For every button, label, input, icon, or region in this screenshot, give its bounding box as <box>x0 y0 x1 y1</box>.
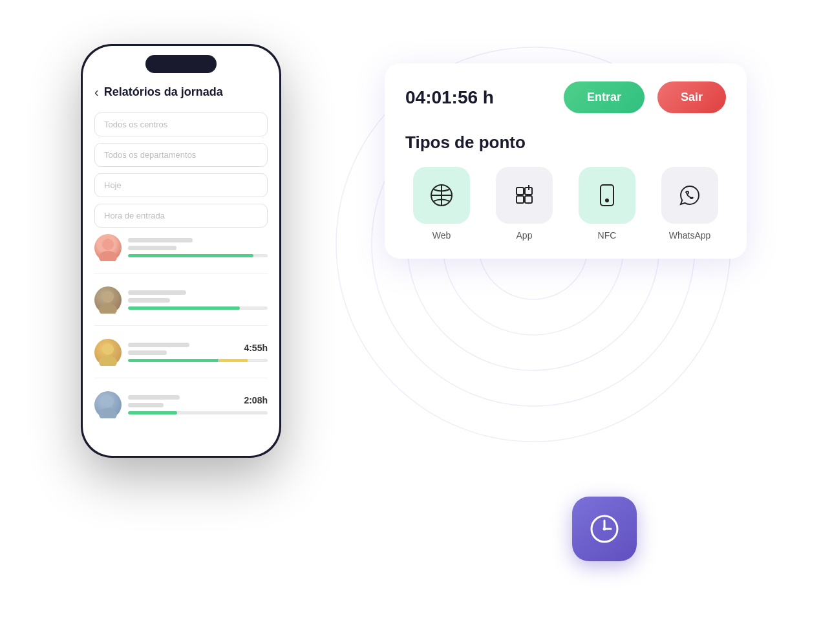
svg-rect-19 <box>525 196 532 203</box>
phone-notch <box>145 55 217 73</box>
svg-point-10 <box>99 356 117 366</box>
svg-point-5 <box>102 239 114 250</box>
avatar <box>94 234 122 261</box>
point-type-nfc[interactable]: NFC <box>571 167 643 241</box>
employee-item: 4:55h <box>94 339 268 366</box>
employee-list: 4:55h <box>94 234 268 418</box>
filter-hoje[interactable]: Hoje <box>94 173 268 197</box>
employee-item <box>94 286 268 314</box>
avatar <box>94 286 122 314</box>
point-type-app[interactable]: App <box>488 167 560 241</box>
sair-button[interactable]: Sair <box>657 81 726 113</box>
web-label: Web <box>432 230 451 241</box>
avatar <box>94 339 122 366</box>
employee-time: 4:55h <box>244 343 268 353</box>
app-icon-box <box>496 167 553 224</box>
svg-rect-16 <box>517 188 524 195</box>
avatar <box>94 391 122 418</box>
svg-point-8 <box>99 303 117 314</box>
nfc-icon-box <box>579 167 635 224</box>
point-type-web[interactable]: Web <box>405 167 478 241</box>
svg-point-11 <box>102 396 114 407</box>
app-label: App <box>517 230 533 241</box>
filter-todos-departamentos[interactable]: Todos os departamentos <box>94 143 268 167</box>
employee-time: 2:08h <box>244 395 268 405</box>
phone-mockup: ‹ Relatórios da jornada Todos os centros… <box>81 44 281 458</box>
employee-info <box>128 290 268 310</box>
svg-point-7 <box>102 291 114 303</box>
svg-rect-18 <box>517 196 524 203</box>
svg-point-12 <box>99 408 117 418</box>
svg-point-23 <box>605 199 609 202</box>
whatsapp-label: WhatsApp <box>669 230 711 241</box>
svg-point-6 <box>99 251 117 261</box>
web-icon-box <box>413 167 470 224</box>
filter-hora-entrada[interactable]: Hora de entrada <box>94 204 268 228</box>
timer-row: 04:01:56 h Entrar Sair <box>405 81 726 113</box>
phone-header: ‹ Relatórios da jornada <box>94 85 268 100</box>
employee-item: 2:08h <box>94 391 268 418</box>
svg-point-27 <box>603 528 606 531</box>
panel-card: 04:01:56 h Entrar Sair Tipos de ponto <box>385 63 747 259</box>
timer-display: 04:01:56 h <box>405 87 551 108</box>
clock-app-icon <box>572 497 637 561</box>
svg-rect-22 <box>601 185 613 206</box>
point-types-grid: Web App <box>405 167 726 241</box>
employee-item <box>94 234 268 261</box>
point-type-whatsapp[interactable]: WhatsApp <box>654 167 726 241</box>
nfc-label: NFC <box>598 230 617 241</box>
phone-title: Relatórios da jornada <box>104 85 223 99</box>
svg-point-9 <box>102 343 114 355</box>
whatsapp-icon-box <box>661 167 718 224</box>
section-title: Tipos de ponto <box>405 133 726 153</box>
back-arrow-icon[interactable]: ‹ <box>94 85 99 100</box>
employee-info <box>128 238 268 257</box>
entrar-button[interactable]: Entrar <box>564 81 645 113</box>
filter-todos-centros[interactable]: Todos os centros <box>94 113 268 136</box>
